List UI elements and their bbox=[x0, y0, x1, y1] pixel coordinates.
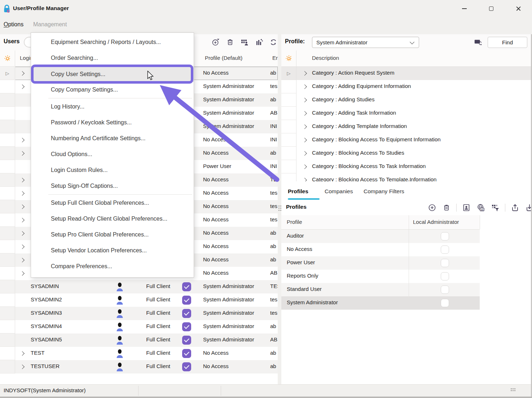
expand-chevron-icon[interactable] bbox=[20, 191, 25, 196]
menu-management[interactable]: Management bbox=[33, 21, 67, 28]
user-row-sysadmin[interactable]: SYSADMINFull ClientSystem AdministratorT… bbox=[0, 280, 278, 293]
expand-chevron-icon[interactable] bbox=[20, 244, 25, 249]
tab-profiles[interactable]: Profiles bbox=[288, 188, 308, 195]
tree-row[interactable]: Category : Adding Task Information bbox=[281, 107, 531, 120]
globe-ab-icon[interactable]: ab bbox=[476, 203, 485, 212]
add-user-icon[interactable] bbox=[211, 37, 220, 47]
user-row-sysadmin4[interactable]: SYSADMIN4Full ClientSystem Administrator… bbox=[0, 320, 278, 333]
expand-chevron-icon[interactable] bbox=[302, 84, 307, 89]
expand-chevron-icon[interactable] bbox=[20, 84, 25, 89]
enabled-checkbox[interactable] bbox=[182, 309, 191, 318]
person-card-icon[interactable] bbox=[462, 203, 471, 212]
expand-chevron-icon[interactable] bbox=[20, 178, 25, 182]
refresh-icon[interactable] bbox=[269, 37, 278, 47]
expand-chevron-icon[interactable] bbox=[20, 218, 25, 222]
find-button[interactable]: Find bbox=[488, 37, 527, 48]
menu-item-setup-pro-client-global-preferences[interactable]: Setup Pro Client Global Preferences... bbox=[31, 227, 194, 243]
profile-row-system-administrator[interactable]: System Administrator bbox=[281, 296, 480, 310]
expand-chevron-icon[interactable] bbox=[302, 178, 307, 181]
menu-item-log-history[interactable]: Log History... bbox=[31, 99, 194, 115]
tree-row[interactable]: Category : Adding Studies bbox=[281, 93, 531, 107]
minimize-button[interactable] bbox=[456, 0, 472, 17]
resize-grip-icon[interactable] bbox=[511, 388, 516, 392]
expand-chevron-icon[interactable] bbox=[20, 204, 25, 209]
menu-item-equipment-searching-reports-layouts[interactable]: Equipment Searching / Reports / Layouts.… bbox=[31, 34, 194, 50]
profile-row-reports-only[interactable]: Reports Only bbox=[281, 270, 480, 283]
expand-chevron-icon[interactable] bbox=[302, 98, 307, 102]
expand-chevron-icon[interactable] bbox=[302, 138, 307, 142]
local-administrator-checkbox[interactable] bbox=[441, 272, 449, 280]
grid-filter-icon[interactable] bbox=[491, 203, 500, 212]
local-administrator-checkbox[interactable] bbox=[441, 246, 449, 254]
maximize-button[interactable] bbox=[483, 0, 500, 17]
bars-sparkle-icon[interactable] bbox=[254, 37, 264, 47]
menu-item-setup-full-client-global-preferences[interactable]: Setup Full Client Global Preferences... bbox=[31, 195, 194, 211]
menu-item-order-searching[interactable]: Order Searching... bbox=[31, 50, 194, 66]
tree-row[interactable]: Category : Blocking Access To Studies bbox=[281, 147, 531, 160]
splitter-grip-icon[interactable] bbox=[403, 180, 412, 181]
tree-row[interactable]: Category : Adding Equipment Information bbox=[281, 80, 531, 93]
user-row-sysadmin3[interactable]: SYSADMIN3Full ClientSystem Administrator… bbox=[0, 307, 278, 320]
local-administrator-checkbox[interactable] bbox=[441, 232, 449, 240]
menu-item-copy-company-settings[interactable]: Copy Company Settings... bbox=[31, 82, 194, 98]
tree-row[interactable]: ▷Category : Action Request System bbox=[281, 67, 531, 80]
expand-chevron-icon[interactable] bbox=[20, 351, 25, 356]
trash-icon[interactable] bbox=[442, 203, 451, 212]
tree-row[interactable]: Category : Blocking Access To Equipment … bbox=[281, 133, 531, 147]
local-administrator-checkbox[interactable] bbox=[441, 259, 449, 267]
enabled-checkbox[interactable] bbox=[182, 282, 191, 291]
trash-icon[interactable] bbox=[225, 37, 235, 47]
tree-row[interactable]: Category : Blocking Access To Task Infor… bbox=[281, 160, 531, 173]
profile-dropdown[interactable]: System Administrator bbox=[312, 37, 419, 48]
profile-row-standard-user[interactable]: Standard User bbox=[281, 283, 480, 296]
profile-row-power-user[interactable]: Power User bbox=[281, 256, 480, 270]
expand-chevron-icon[interactable] bbox=[20, 364, 25, 369]
expand-chevron-icon[interactable] bbox=[302, 164, 307, 169]
expand-chevron-icon[interactable] bbox=[20, 271, 25, 276]
expand-chevron-icon[interactable] bbox=[20, 151, 25, 156]
user-row-sysadmin2[interactable]: SYSADMIN2Full ClientSystem Administrator… bbox=[0, 293, 278, 307]
user-row-sysadmin5[interactable]: SYSADMIN5Full ClientSystem Administrator… bbox=[0, 333, 278, 347]
menu-item-setup-sign-off-captions[interactable]: Setup Sign-Off Captions... bbox=[31, 178, 194, 194]
menu-item-login-custom-rules[interactable]: Login Custom Rules... bbox=[31, 162, 194, 178]
menu-options[interactable]: Options bbox=[4, 21, 23, 28]
upload-icon[interactable] bbox=[510, 203, 520, 212]
expand-chevron-icon[interactable] bbox=[302, 151, 307, 156]
card-refresh-icon[interactable] bbox=[474, 37, 483, 47]
tab-companies[interactable]: Companies bbox=[325, 188, 353, 195]
column-er[interactable]: Er bbox=[272, 55, 278, 61]
expand-chevron-icon[interactable] bbox=[20, 258, 25, 262]
profile-row-auditor[interactable]: Auditor bbox=[281, 230, 480, 243]
panel-splitter-grip-icon[interactable] bbox=[278, 205, 282, 212]
expand-chevron-icon[interactable] bbox=[20, 138, 25, 142]
menu-item-setup-vendor-location-preferences[interactable]: Setup Vendor Location Preferences... bbox=[31, 243, 194, 258]
column-profile[interactable]: Profile bbox=[287, 219, 302, 225]
menu-item-password-keycloak-settings[interactable]: Password / Keycloak Settings... bbox=[31, 115, 194, 131]
profile-row-no-access[interactable]: No Access bbox=[281, 243, 480, 256]
column-description[interactable]: Description bbox=[312, 55, 339, 61]
menu-item-cloud-options[interactable]: Cloud Options... bbox=[31, 146, 194, 162]
enabled-checkbox[interactable] bbox=[182, 336, 191, 345]
tab-company-filters[interactable]: Company Filters bbox=[364, 188, 404, 195]
column-local-administrator[interactable]: Local Administrator bbox=[413, 219, 459, 225]
circle-plus-icon[interactable] bbox=[427, 203, 437, 212]
expand-chevron-icon[interactable] bbox=[302, 71, 307, 76]
expand-chevron-icon[interactable] bbox=[20, 71, 25, 76]
expand-chevron-icon[interactable] bbox=[302, 124, 307, 129]
user-row-test[interactable]: TESTFull ClientNo Accessab bbox=[0, 347, 278, 360]
local-administrator-checkbox[interactable] bbox=[441, 286, 449, 294]
enabled-checkbox[interactable] bbox=[182, 349, 191, 358]
tree-row[interactable]: Category : Adding Template Information bbox=[281, 120, 531, 133]
menu-item-compare-preferences[interactable]: Compare Preferences... bbox=[31, 258, 194, 274]
column-profile-default[interactable]: Profile (Default) bbox=[205, 55, 242, 61]
enabled-checkbox[interactable] bbox=[182, 322, 191, 331]
close-button[interactable] bbox=[510, 0, 527, 17]
menu-item-numbering-and-certificate-settings[interactable]: Numbering And Certificate Settings... bbox=[31, 131, 194, 146]
grid-person-icon[interactable] bbox=[240, 37, 249, 47]
expand-chevron-icon[interactable] bbox=[20, 231, 25, 236]
enabled-checkbox[interactable] bbox=[182, 296, 191, 305]
user-row-testuser[interactable]: TESTUSERFull ClientNo Accessab bbox=[0, 360, 278, 373]
enabled-checkbox[interactable] bbox=[182, 362, 191, 371]
local-administrator-checkbox[interactable] bbox=[441, 299, 449, 307]
expand-chevron-icon[interactable] bbox=[302, 111, 307, 116]
